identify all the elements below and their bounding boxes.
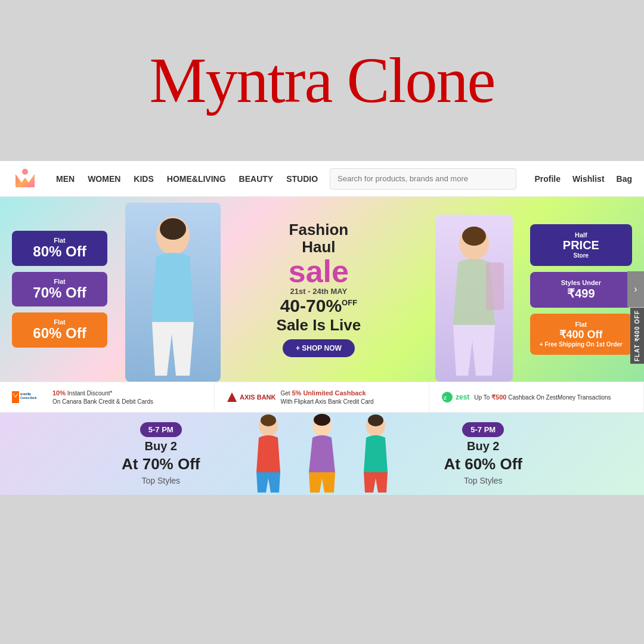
bottom-right-label: Top Styles	[464, 476, 503, 485]
svg-point-13	[261, 414, 276, 426]
side-tab-label: FLAT ₹400 OFF	[630, 308, 644, 364]
shop-now-button[interactable]: + SHOP NOW	[283, 339, 355, 357]
sale-live-text: Sale Is Live	[277, 316, 361, 335]
nav-kids[interactable]: KIDS	[134, 174, 153, 184]
bottom-left-sub: At 70% Off	[122, 455, 200, 473]
search-bar[interactable]	[330, 168, 516, 190]
hero-banner: Flat 80% Off Flat 70% Off Flat 60% Off F…	[0, 197, 644, 382]
right-badge-half-price[interactable]: Half PRICE Store	[530, 224, 632, 266]
fashion-haul-text: Fashion Haul	[289, 221, 349, 255]
nav-home-living[interactable]: HOME&LIVING	[167, 174, 226, 184]
app-title: Myntra Clone	[150, 44, 495, 117]
hero-center: Fashion Haul sale 21st - 24th MAY 40-70%…	[119, 197, 518, 382]
offer-badge-70[interactable]: Flat 70% Off	[12, 272, 107, 306]
offer-badge-60[interactable]: Flat 60% Off	[12, 312, 107, 347]
nav-beauty[interactable]: BEAUTY	[239, 174, 274, 184]
bag-link[interactable]: Bag	[617, 174, 632, 184]
offer-badge-80[interactable]: Flat 80% Off	[12, 231, 107, 265]
offers-bar-zest[interactable]: Z zest Up To ₹500 Cashback On ZestMoney …	[429, 382, 644, 412]
offers-bar-axis[interactable]: AXIS BANK Get 5% Unlimited CashbackWith …	[215, 382, 429, 412]
svg-point-0	[22, 169, 28, 175]
canara-bank-logo: कनारा बैंक Canara Bank	[12, 389, 48, 405]
half-badge-title: Half	[540, 231, 623, 239]
hero-left-offers: Flat 80% Off Flat 70% Off Flat 60% Off	[0, 197, 119, 382]
bottom-right-time: 5-7 PM	[462, 422, 504, 437]
axis-offer-text: Get 5% Unlimited CashbackWith Flipkart A…	[281, 389, 374, 405]
bottom-left-time: 5-7 PM	[140, 422, 182, 437]
canara-offer-text: 10% Instant Discount*On Canara Bank Cred…	[52, 389, 153, 405]
hero-next-arrow[interactable]: ›	[627, 271, 644, 307]
badge-499-title: Styles Under	[540, 279, 623, 286]
axis-bank-logo: AXIS BANK	[227, 392, 276, 402]
search-input[interactable]	[338, 174, 509, 183]
right-badge-499[interactable]: Styles Under ₹499	[530, 272, 632, 308]
bottom-left-label: Top Styles	[141, 476, 180, 485]
logo[interactable]	[12, 166, 38, 192]
offer-flat-label-70: Flat	[21, 278, 98, 285]
nav-links: MEN WOMEN KIDS HOME&LIVING BEAUTY STUDIO	[56, 174, 318, 184]
bottom-banner: 5-7 PM Buy 2 At 70% Off Top Styles 5-7 P…	[0, 413, 644, 495]
profile-link[interactable]: Profile	[534, 174, 561, 184]
offers-bar: कनारा बैंक Canara Bank 10% Instant Disco…	[0, 382, 644, 413]
nav-actions: Profile Wishlist Bag	[534, 174, 632, 184]
hero-right-offers: Half PRICE Store Styles Under ₹499 Flat …	[518, 197, 644, 382]
bottom-left-title: Buy 2	[145, 439, 177, 453]
svg-point-15	[314, 414, 330, 426]
badge-400-main: ₹400 Off	[540, 328, 623, 341]
offer-pct-60: 60% Off	[21, 326, 98, 341]
nav-studio[interactable]: STUDIO	[286, 174, 318, 184]
nav-men[interactable]: MEN	[56, 174, 75, 184]
sale-date: 21st - 24th MAY	[290, 287, 348, 296]
discount-text: 40-70%OFF	[280, 296, 357, 316]
offer-pct-80: 80% Off	[21, 244, 98, 259]
bottom-right-title: Buy 2	[467, 439, 499, 453]
offers-bar-canara[interactable]: कनारा बैंक Canara Bank 10% Instant Disco…	[0, 382, 215, 412]
badge-400-title: Flat	[540, 321, 623, 328]
navbar: MEN WOMEN KIDS HOME&LIVING BEAUTY STUDIO…	[0, 161, 644, 197]
svg-text:कनारा बैंक: कनारा बैंक	[20, 392, 31, 396]
zest-offer-text: Up To ₹500 Cashback On ZestMoney Transac…	[474, 393, 611, 401]
badge-499-main: ₹499	[540, 286, 623, 301]
bottom-banner-models	[244, 413, 400, 495]
off-label: OFF	[342, 298, 357, 307]
half-badge-sub: Store	[540, 252, 623, 259]
zest-logo: Z zest	[441, 391, 469, 403]
svg-text:Canara Bank: Canara Bank	[20, 397, 37, 400]
bottom-right-sub: At 60% Off	[444, 455, 522, 473]
offer-pct-70: 70% Off	[21, 285, 98, 301]
svg-point-17	[368, 414, 383, 426]
nav-women[interactable]: WOMEN	[88, 174, 120, 184]
right-badge-400[interactable]: Flat ₹400 Off + Free Shipping On 1st Ord…	[530, 314, 632, 355]
svg-text:Z: Z	[444, 395, 447, 401]
wishlist-link[interactable]: Wishlist	[572, 174, 605, 184]
svg-marker-9	[227, 392, 237, 402]
sale-text: sale	[289, 256, 349, 287]
half-badge-main: PRICE	[540, 239, 623, 252]
title-section: Myntra Clone	[0, 0, 644, 161]
badge-400-sub: + Free Shipping On 1st Order	[540, 341, 623, 348]
